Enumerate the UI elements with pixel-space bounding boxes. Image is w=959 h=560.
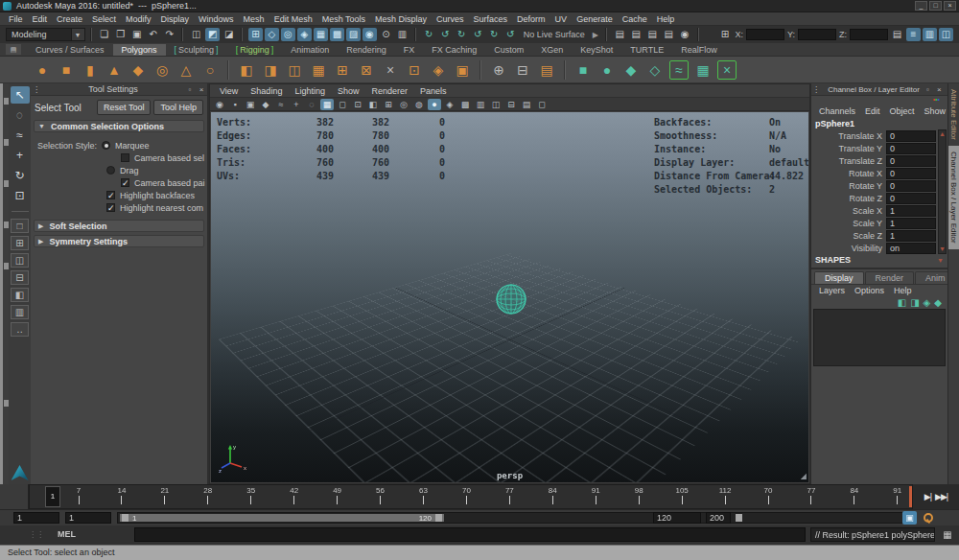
bevel-icon[interactable]: ◈ xyxy=(429,60,448,80)
shelf-tab[interactable]: Rendering xyxy=(338,44,395,56)
grease-pencil-icon[interactable]: ◌ xyxy=(305,99,318,110)
section-soft-selection[interactable]: ▶ Soft Selection xyxy=(34,220,204,232)
poly-cone-icon[interactable]: ▲ xyxy=(105,60,124,80)
shelf-tab[interactable]: Animation xyxy=(282,44,338,56)
poly-pipe-icon[interactable]: ○ xyxy=(200,60,220,80)
snap-grid-icon[interactable]: ⊞ xyxy=(248,28,263,41)
panel-menu-item[interactable]: Lighting xyxy=(289,86,331,96)
go-to-end-button[interactable]: ▶▶| xyxy=(935,492,947,502)
bookmark-icon[interactable]: ◆ xyxy=(259,99,272,110)
menu-item[interactable]: Generate xyxy=(572,14,618,24)
select-tool[interactable]: ↖ xyxy=(11,86,30,104)
bridge-icon[interactable]: ▣ xyxy=(453,60,472,80)
z-field[interactable] xyxy=(850,29,888,40)
close-icon[interactable]: × xyxy=(196,85,207,94)
scroll-down-icon[interactable]: ▼ xyxy=(939,245,946,253)
menu-item[interactable]: Mesh Display xyxy=(370,14,432,24)
tool-settings-toggle-icon[interactable]: ▥ xyxy=(923,28,937,41)
xray-icon[interactable]: ◻ xyxy=(535,99,549,110)
history-toggle-2-icon[interactable]: ↺ xyxy=(471,28,485,41)
playback-range-bar[interactable]: 1 120 xyxy=(120,514,444,522)
channel-box-toggle-icon[interactable]: ≡ xyxy=(906,28,921,41)
pinch-brush-icon[interactable]: ≈ xyxy=(669,60,689,80)
close-button[interactable]: × xyxy=(944,1,956,11)
range-scroll-handle[interactable] xyxy=(736,514,742,522)
scroll-up-icon[interactable]: ▲ xyxy=(939,130,946,138)
highlight-backfaces-checkbox[interactable] xyxy=(106,191,115,199)
layer-editor-menu-item[interactable]: Layers xyxy=(814,286,850,295)
render-view-icon[interactable]: ◉ xyxy=(678,28,692,41)
2d-pan-zoom-icon[interactable]: + xyxy=(290,99,303,110)
panel-grip-icon[interactable]: ⋮ xyxy=(31,85,42,94)
shelf-tab[interactable]: Rigging xyxy=(227,44,283,56)
field-chart-icon[interactable]: ⊞ xyxy=(382,99,395,110)
shapes-section[interactable]: SHAPES ▼ xyxy=(811,254,947,266)
panel-menu-item[interactable]: Shading xyxy=(245,86,288,96)
poly-sphere-icon[interactable]: ● xyxy=(33,60,52,80)
channel-value-field[interactable]: 0 xyxy=(886,143,936,154)
input-mode-icon[interactable]: ⊞ xyxy=(718,28,733,41)
layout-more[interactable]: ‥ xyxy=(11,322,29,337)
layout-four-pane[interactable]: ⊞ xyxy=(11,236,29,250)
menu-item[interactable]: Edit Mesh xyxy=(269,14,317,24)
viewport-canvas[interactable]: Verts: 382 382 0 Edges: 780 780 0 xyxy=(211,112,808,482)
shelf-tab[interactable]: TURTLE xyxy=(621,44,672,56)
live-surface-arrow-icon[interactable]: ▶ xyxy=(593,31,598,39)
make-live-icon[interactable]: ▩ xyxy=(330,28,344,41)
history-toggle-3-icon[interactable]: ↻ xyxy=(487,28,502,41)
motion-blur-icon[interactable]: ⊟ xyxy=(504,99,518,110)
grid-toggle-icon[interactable]: ▦ xyxy=(320,99,334,110)
safe-action-icon[interactable]: ◎ xyxy=(397,99,410,110)
screen-space-ao-icon[interactable]: ◫ xyxy=(489,99,503,110)
menu-item[interactable]: Mesh Tools xyxy=(317,14,370,24)
reset-tool-button[interactable]: Reset Tool xyxy=(97,100,151,115)
ipr-render-icon[interactable]: ▤ xyxy=(629,28,643,41)
quick-layout-icon[interactable]: ▤ xyxy=(890,28,904,41)
current-frame-indicator[interactable]: 1 xyxy=(45,486,60,507)
lock-camera-icon[interactable]: ▪ xyxy=(228,99,242,110)
attribute-editor-toggle-icon[interactable]: ◫ xyxy=(939,28,953,41)
channel-scrollbar[interactable]: ▲ ▼ xyxy=(938,129,947,254)
center-pivot-icon[interactable]: ⊟ xyxy=(513,60,532,80)
separate-icon[interactable]: ◨ xyxy=(261,60,280,80)
select-object-icon[interactable]: ◩ xyxy=(205,28,220,41)
menu-item[interactable]: Edit xyxy=(28,14,53,24)
menu-item[interactable]: Select xyxy=(87,14,121,24)
image-plane-icon[interactable]: ≈ xyxy=(274,99,288,110)
script-editor-icon[interactable]: ▦ xyxy=(941,528,954,541)
panel-menu-item[interactable]: Show xyxy=(332,86,365,96)
shelf-tab[interactable]: KeyShot xyxy=(572,44,621,56)
panel-grip-icon[interactable]: ⋮ xyxy=(811,85,821,94)
new-scene-icon[interactable]: ❏ xyxy=(97,28,111,41)
combine-icon[interactable]: ◧ xyxy=(237,60,256,80)
shelf-tab[interactable]: XGen xyxy=(532,44,572,56)
channel-box-menu-item[interactable]: Object xyxy=(885,106,920,116)
textured-icon[interactable]: ◈ xyxy=(443,99,456,110)
sidebar-vertical-tab[interactable]: Attribute Editor xyxy=(948,83,959,146)
shelf-tab[interactable]: Sculpting xyxy=(166,44,227,56)
menu-item[interactable]: File xyxy=(4,14,28,24)
menu-item[interactable]: Mesh xyxy=(239,14,269,24)
boolean-icon[interactable]: ⊠ xyxy=(357,60,376,80)
stamp-brush-icon[interactable]: ▦ xyxy=(693,60,713,80)
mel-input[interactable] xyxy=(134,527,806,542)
poly-torus-icon[interactable]: ◎ xyxy=(152,60,172,80)
layer-editor-menu-item[interactable]: Options xyxy=(850,286,889,295)
section-symmetry-settings[interactable]: ▶ Symmetry Settings xyxy=(34,235,204,247)
perspective-viewport[interactable]: ViewShadingLightingShowRendererPanels ◉▪… xyxy=(209,83,810,484)
wireframe-icon[interactable]: ◍ xyxy=(412,99,426,110)
highlight-nearest-checkbox[interactable] xyxy=(106,203,115,212)
channel-value-field[interactable]: on xyxy=(886,243,936,254)
construction-history-on-icon[interactable]: ↻ xyxy=(422,28,436,41)
snap-magnet-icon[interactable]: ◉ xyxy=(363,28,377,41)
menu-item[interactable]: UV xyxy=(550,14,573,24)
menu-item[interactable]: Curves xyxy=(432,14,469,24)
film-gate-icon[interactable]: ◻ xyxy=(336,99,349,110)
channel-value-field[interactable]: 1 xyxy=(886,218,936,229)
smooth-brush-icon[interactable]: ● xyxy=(597,60,617,80)
move-tool[interactable]: + xyxy=(11,147,30,164)
layout-two-stacked[interactable]: ⊟ xyxy=(11,270,29,285)
tool-help-button[interactable]: Tool Help xyxy=(153,100,203,115)
shelf-menu-icon[interactable]: ▤ xyxy=(6,44,21,55)
shelf-tab[interactable]: FX Caching xyxy=(423,44,485,56)
